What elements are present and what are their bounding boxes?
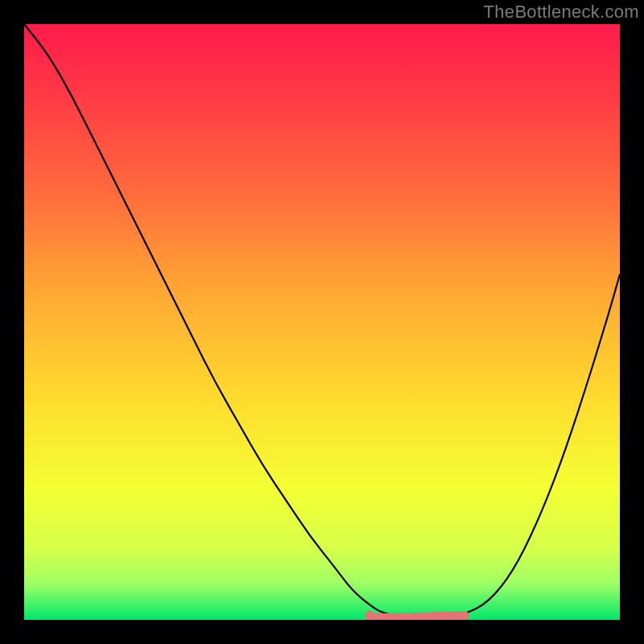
plot-svg [24, 24, 620, 620]
optimal-range-marker [365, 610, 374, 620]
optimal-range-highlight [369, 615, 464, 617]
bottleneck-curve-plot [24, 24, 620, 620]
chart-frame: TheBottleneck.com [0, 0, 644, 644]
gradient-background [24, 24, 620, 620]
watermark-label: TheBottleneck.com [484, 2, 639, 23]
